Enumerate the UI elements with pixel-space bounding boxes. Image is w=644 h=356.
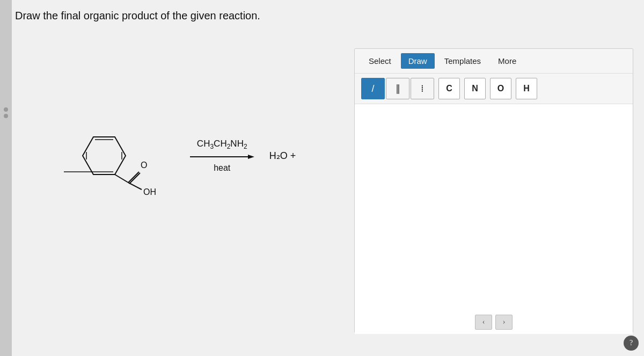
svg-line-5 — [115, 175, 128, 183]
single-bond-icon: / — [371, 83, 374, 95]
strip-decoration — [4, 114, 8, 118]
oxygen-button[interactable]: O — [490, 78, 511, 99]
back-arrow-icon: ‹ — [482, 318, 485, 326]
more-button[interactable]: More — [491, 53, 524, 69]
draw-button[interactable]: Draw — [401, 53, 435, 69]
product-text: H₂O + — [269, 150, 296, 162]
hydrogen-button[interactable]: H — [516, 78, 537, 99]
reaction-content: O OH CH3CH2NH2 heat — [64, 99, 296, 212]
single-bond-button[interactable]: / — [361, 78, 385, 99]
draw-panel: Select Draw Templates More / ∥ ⁞ C N O H — [354, 48, 633, 333]
reagent-formula: CH3CH2NH2 — [197, 139, 247, 150]
reaction-area: O OH CH3CH2NH2 heat — [11, 54, 349, 258]
page-container: Draw the final organic product of the gi… — [0, 0, 644, 356]
svg-text:O: O — [141, 161, 147, 170]
double-bond-icon: ∥ — [396, 83, 400, 95]
reagents-block: CH3CH2NH2 heat — [190, 139, 254, 173]
svg-text:OH: OH — [143, 187, 156, 197]
forward-arrow-icon: › — [503, 318, 506, 326]
svg-marker-12 — [248, 155, 254, 159]
question-instruction: Draw the final organic product of the gi… — [15, 10, 260, 22]
arrow-svg — [190, 152, 254, 161]
strip-decoration — [4, 107, 8, 112]
svg-line-9 — [128, 183, 142, 190]
svg-line-6 — [128, 172, 139, 183]
templates-button[interactable]: Templates — [437, 53, 488, 69]
nav-forward-button[interactable]: › — [495, 315, 513, 330]
help-icon[interactable]: ? — [624, 336, 639, 351]
svg-marker-0 — [83, 137, 126, 175]
nitrogen-button[interactable]: N — [464, 78, 486, 99]
canvas-nav: ‹ › — [475, 315, 513, 330]
draw-toolbar: Select Draw Templates More — [355, 49, 633, 74]
drawing-canvas[interactable]: ‹ › — [355, 104, 633, 334]
reaction-arrow — [190, 152, 254, 161]
nav-back-button[interactable]: ‹ — [475, 315, 492, 330]
bond-element-row: / ∥ ⁞ C N O H — [355, 74, 633, 104]
triple-bond-icon: ⁞ — [421, 83, 424, 95]
left-sidebar-strip — [0, 0, 12, 356]
carbon-button[interactable]: C — [438, 78, 460, 99]
question-text: Draw the final organic product of the gi… — [15, 10, 260, 21]
heat-label: heat — [214, 163, 230, 173]
reactant-structure-svg: O OH — [64, 99, 177, 212]
svg-line-7 — [129, 173, 140, 184]
select-button[interactable]: Select — [361, 53, 399, 69]
triple-bond-button[interactable]: ⁞ — [411, 78, 434, 99]
double-bond-button[interactable]: ∥ — [386, 78, 409, 99]
